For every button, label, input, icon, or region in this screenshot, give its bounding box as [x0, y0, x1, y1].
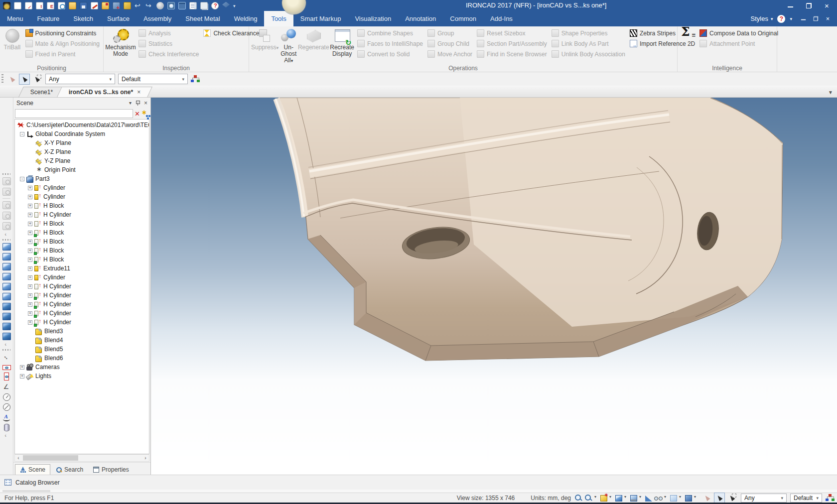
send-model-icon[interactable]	[124, 2, 131, 9]
save-icon[interactable]	[80, 2, 87, 9]
collapse-arrow-icon[interactable]	[2, 233, 11, 237]
close-icon[interactable]: ×	[144, 101, 147, 106]
select-cursor[interactable]	[714, 493, 725, 504]
scrollbar-track[interactable]	[22, 455, 142, 461]
measure-height-icon[interactable]	[4, 373, 9, 380]
ghost-display-icon[interactable]	[670, 495, 677, 502]
new-scene-icon[interactable]	[14, 2, 21, 9]
tree-item-blend4[interactable]: Blend4	[15, 336, 149, 345]
tree-horizontal-scrollbar[interactable]: ‹ ›	[14, 454, 149, 462]
dropdown-icon[interactable]	[594, 494, 598, 502]
document-tab-ironcad-vs-s-ks-one[interactable]: ironCAD vs S...ks one*×	[57, 87, 152, 97]
boolean-subtract-icon[interactable]	[2, 188, 11, 196]
tab-common[interactable]: Common	[443, 11, 483, 26]
expand-expander[interactable]: +	[28, 240, 32, 244]
structure-icon[interactable]	[191, 75, 200, 83]
boolean-add-icon[interactable]	[2, 177, 11, 185]
zoom-area-icon[interactable]	[574, 494, 582, 502]
view-cube-back-icon[interactable]	[2, 253, 11, 260]
expand-expander[interactable]: +	[28, 204, 32, 208]
configuration-combo[interactable]: Default ▾	[118, 74, 188, 84]
dropdown-icon[interactable]	[664, 494, 668, 502]
close-button[interactable]	[825, 3, 830, 8]
shaded-view-icon[interactable]	[615, 495, 622, 502]
scene-window-icon[interactable]	[178, 2, 186, 9]
measure-distance-icon[interactable]	[2, 353, 11, 361]
boolean-intersect-icon[interactable]	[2, 201, 11, 209]
tree-item-cameras[interactable]: +Cameras	[15, 363, 149, 372]
undo-icon[interactable]	[135, 2, 142, 9]
document-minimize-button[interactable]	[801, 16, 806, 21]
sphere-tool-icon[interactable]	[156, 2, 164, 9]
dropdown-icon[interactable]	[609, 494, 613, 502]
open-folder-icon[interactable]	[69, 2, 76, 9]
tree-item-h-block[interactable]: +↑H Block	[15, 255, 149, 264]
help-icon[interactable]	[211, 2, 219, 9]
camera-view-icon[interactable]	[630, 495, 637, 502]
view-cube-left-icon[interactable]	[2, 263, 11, 270]
tab-welding[interactable]: Welding	[227, 11, 265, 26]
expand-expander[interactable]: +	[20, 365, 24, 370]
tree-item-global-coordinate-system[interactable]: -Global Coordinate System	[15, 129, 149, 138]
dropdown-icon[interactable]	[624, 494, 628, 502]
tree-item-cylinder[interactable]: +↑Cylinder	[15, 273, 149, 282]
tree-item-h-cylinder[interactable]: +↑H Cylinder	[15, 318, 149, 327]
tab-surface[interactable]: Surface	[100, 11, 137, 26]
tree-item-h-block[interactable]: +↑H Block	[15, 201, 149, 210]
dropdown-icon[interactable]	[694, 494, 698, 502]
box-select-cursor[interactable]	[726, 493, 737, 504]
close-icon[interactable]: ×	[138, 89, 141, 96]
tree-item-c-users-jeter-documents-data-2017-word-tech[interactable]: C:\Users\jeter\Documents\Data\2017\word\…	[15, 121, 149, 129]
overflow-icon[interactable]	[233, 2, 241, 9]
view-cube-bottom-icon[interactable]	[2, 293, 11, 300]
expand-expander[interactable]: +	[28, 186, 32, 190]
panel-tab-search[interactable]: Search	[51, 464, 88, 475]
capture-image-icon[interactable]	[58, 2, 65, 9]
panel-tab-properties[interactable]: Properties	[89, 464, 134, 475]
learning-icon[interactable]	[222, 2, 230, 9]
tab-assembly[interactable]: Assembly	[137, 11, 178, 26]
view-cube-iso-ne-icon[interactable]	[2, 303, 11, 310]
help-chevron-icon[interactable]: ▾	[790, 16, 792, 21]
measure-angle-icon[interactable]	[2, 383, 11, 391]
tree-item-h-block[interactable]: +↑H Block	[15, 237, 149, 246]
tree-item-h-cylinder[interactable]: +↑H Cylinder	[15, 291, 149, 300]
tree-item-h-cylinder[interactable]: +↑H Cylinder	[15, 300, 149, 309]
view-cube-front-icon[interactable]	[2, 243, 11, 251]
expand-expander[interactable]: +	[28, 195, 32, 199]
tree-item-x-y-plane[interactable]: X-Y Plane	[15, 138, 149, 147]
property-sheet-icon[interactable]	[189, 2, 197, 9]
restore-button[interactable]	[806, 3, 812, 8]
export-document-icon[interactable]	[47, 2, 54, 9]
measure-diameter-icon[interactable]	[3, 403, 10, 411]
tree-item-x-z-plane[interactable]: X-Z Plane	[15, 147, 149, 156]
redo-icon[interactable]	[145, 2, 153, 9]
tree-item-h-cylinder[interactable]: +↑H Cylinder	[15, 210, 149, 219]
expand-expander[interactable]: +	[28, 222, 32, 226]
status-config-combo[interactable]: Default ▾	[790, 494, 822, 503]
app-logo-icon[interactable]	[3, 2, 10, 9]
filter-options-icon[interactable]	[141, 110, 149, 118]
tab-smart-markup[interactable]: Smart Markup	[293, 11, 348, 26]
selection-filter-combo[interactable]: Any ▾	[45, 74, 115, 84]
sigma-button[interactable]	[680, 27, 697, 65]
expand-expander[interactable]: +	[28, 275, 32, 280]
dropdown-icon[interactable]	[679, 494, 683, 502]
tree-item-lights[interactable]: +Lights	[15, 372, 149, 380]
toolbar-grip[interactable]	[1, 74, 3, 84]
tree-item-part3[interactable]: -Part3	[15, 174, 149, 183]
scrollbar-thumb[interactable]	[2, 490, 50, 492]
tab-feature[interactable]: Feature	[30, 11, 67, 26]
view-cube-iso-nw-icon[interactable]	[2, 313, 11, 320]
tab-menu[interactable]: Menu	[0, 11, 30, 26]
section-view-icon[interactable]	[645, 496, 652, 502]
edit-sketch-icon[interactable]	[91, 2, 98, 9]
measure-length-icon[interactable]	[2, 365, 11, 370]
panel-menu-chevron-icon[interactable]: ▾	[129, 101, 132, 106]
tree-item-h-block[interactable]: +↑H Block	[15, 228, 149, 237]
tab-list-chevron-icon[interactable]: ▼	[828, 90, 833, 95]
structure-icon[interactable]	[826, 494, 835, 502]
pin-icon[interactable]	[136, 100, 140, 106]
expand-expander[interactable]: +	[28, 293, 32, 298]
render-anchor-icon[interactable]	[600, 495, 607, 502]
